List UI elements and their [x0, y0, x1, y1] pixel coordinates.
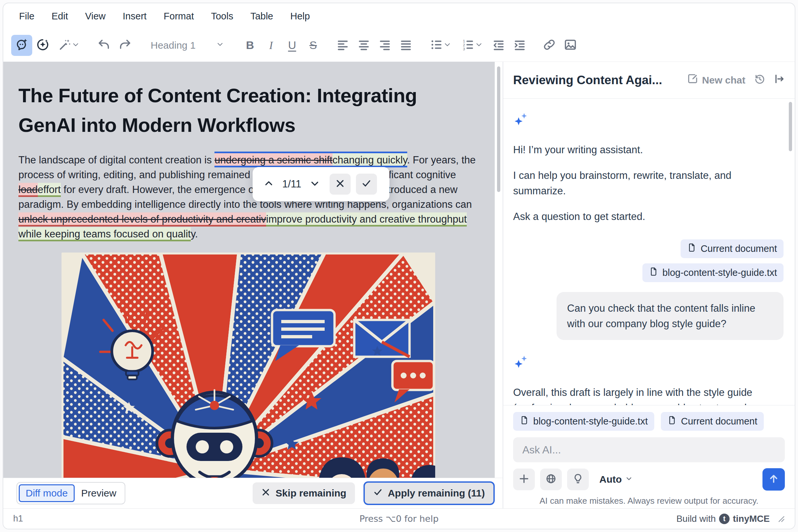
ask-ai-input[interactable]	[513, 437, 785, 462]
reject-change-button[interactable]	[330, 174, 351, 195]
assistant-message: Hi! I’m your writing assistant.	[513, 142, 783, 157]
image-button[interactable]	[560, 35, 581, 56]
assistant-reply: Overall, this draft is largely in line w…	[513, 385, 783, 405]
align-left-button[interactable]	[332, 35, 353, 56]
check-icon	[361, 178, 371, 190]
history-icon	[754, 73, 765, 87]
link-button[interactable]	[539, 35, 560, 56]
diff-action-bar: Diff mode Preview Skip remaining Apply r…	[3, 478, 503, 508]
menu-file[interactable]: File	[11, 7, 43, 25]
context-chip-current-document[interactable]: Current document	[681, 240, 783, 258]
tracked-change-ins_sel[interactable]: changing quickly	[333, 152, 407, 167]
add-attachment-button[interactable]	[513, 469, 535, 490]
ai-shortcuts-icon	[36, 38, 49, 53]
ai-shortcuts-button[interactable]	[32, 35, 53, 56]
document-icon	[649, 267, 658, 279]
justify-button[interactable]	[395, 35, 416, 56]
image-icon	[564, 38, 577, 53]
strikethrough-icon: S	[310, 39, 317, 52]
align-right-button[interactable]	[374, 35, 395, 56]
ai-mode-select[interactable]: Auto	[599, 474, 633, 485]
tracked-change-ins[interactable]: effort	[38, 183, 61, 197]
align-center-button[interactable]	[353, 35, 374, 56]
history-button[interactable]	[754, 73, 765, 87]
indent-button[interactable]	[509, 35, 530, 56]
undo-button[interactable]	[93, 35, 114, 56]
app-window: File Edit View Insert Format Tools Table…	[3, 3, 795, 529]
bullet-list-button[interactable]	[425, 35, 457, 56]
ai-assistant-panel: Reviewing Content Agai... New chat Hi! I…	[503, 62, 795, 508]
previous-change-button[interactable]	[259, 174, 278, 195]
document-image[interactable]	[61, 252, 435, 508]
chat-scroll-area[interactable]: Hi! I’m your writing assistant. I can he…	[503, 99, 795, 405]
svg-text:3: 3	[463, 46, 465, 51]
editor-toolbar: Heading 1 B I U S 123	[3, 29, 795, 62]
menu-view[interactable]: View	[77, 7, 114, 25]
diff-mode-tab[interactable]: Diff mode	[19, 484, 75, 502]
suggestions-button[interactable]	[567, 469, 589, 490]
menu-insert[interactable]: Insert	[114, 7, 155, 25]
next-change-button[interactable]	[305, 174, 324, 195]
chat-scrollbar-thumb[interactable]	[789, 102, 792, 151]
justify-icon	[399, 38, 412, 53]
bold-icon: B	[246, 39, 254, 52]
menu-bar: File Edit View Insert Format Tools Table…	[3, 3, 795, 29]
diff-navigation-popup: 1/11	[253, 167, 389, 201]
preview-tab[interactable]: Preview	[75, 484, 123, 502]
bold-button[interactable]: B	[239, 35, 261, 56]
editor-canvas[interactable]: The Future of Content Creation: Integrat…	[3, 62, 503, 508]
menu-help[interactable]: Help	[282, 7, 318, 25]
redo-button[interactable]	[114, 35, 135, 56]
menu-tools[interactable]: Tools	[202, 7, 242, 25]
chevron-down-icon	[71, 40, 80, 50]
view-mode-toggle: Diff mode Preview	[16, 482, 125, 505]
composer: blog-content-style-guide.txt Current doc…	[503, 405, 795, 508]
indent-icon	[513, 38, 526, 53]
chevron-down-icon	[625, 474, 633, 485]
underline-button[interactable]: U	[282, 35, 303, 56]
editor-scrollbar[interactable]	[495, 62, 503, 478]
menu-table[interactable]: Table	[242, 7, 282, 25]
change-counter: 1/11	[280, 178, 303, 190]
sparkles-icon	[514, 112, 783, 129]
tracked-change-del[interactable]: unlock unprecedented levels of productiv…	[18, 212, 266, 227]
ai-assistant-button[interactable]	[11, 35, 32, 56]
menu-edit[interactable]: Edit	[43, 7, 77, 25]
context-chip-style-guide[interactable]: blog-content-style-guide.txt	[643, 263, 783, 282]
align-right-icon	[378, 38, 391, 53]
composer-chip-current-document[interactable]: Current document	[661, 412, 764, 431]
align-center-icon	[357, 38, 370, 53]
new-chat-button[interactable]: New chat	[687, 73, 745, 87]
strikethrough-button[interactable]: S	[303, 35, 324, 56]
collapse-panel-icon	[774, 73, 785, 87]
skip-remaining-button[interactable]: Skip remaining	[253, 482, 355, 504]
document-icon	[520, 416, 529, 427]
bullet-list-icon	[430, 38, 443, 53]
outdent-button[interactable]	[488, 35, 509, 56]
editor-paragraph[interactable]: The landscape of digital content creatio…	[18, 153, 480, 241]
send-button[interactable]	[762, 468, 785, 491]
collapse-panel-button[interactable]	[774, 73, 785, 87]
web-search-button[interactable]	[540, 469, 562, 490]
paragraph-text: The landscape of digital content creatio…	[18, 154, 215, 166]
block-format-select[interactable]: Heading 1	[146, 35, 229, 56]
tracked-change-del_sel[interactable]: undergoing a seismic shift	[215, 152, 332, 167]
paragraph-text: for every draft. However, the emergence …	[18, 184, 472, 210]
composer-chip-style-guide[interactable]: blog-content-style-guide.txt	[513, 412, 654, 431]
accept-change-button[interactable]	[356, 174, 377, 195]
editor-scrollbar-thumb[interactable]	[497, 66, 500, 192]
apply-remaining-button[interactable]: Apply remaining (11)	[364, 481, 495, 505]
ai-assistant-icon	[15, 38, 28, 53]
document-icon	[667, 416, 676, 427]
italic-button[interactable]: I	[261, 35, 282, 56]
numbered-list-button[interactable]: 123	[457, 35, 488, 56]
paragraph-text: y.	[191, 228, 198, 240]
document-title[interactable]: The Future of Content Creation: Integrat…	[18, 81, 480, 140]
magic-wand-button[interactable]	[53, 35, 85, 56]
element-path[interactable]: h1	[13, 514, 23, 524]
tracked-change-del[interactable]: load	[18, 183, 38, 197]
resize-handle-icon[interactable]	[778, 515, 785, 522]
menu-format[interactable]: Format	[155, 7, 203, 25]
assistant-header: Reviewing Content Agai... New chat	[503, 62, 795, 99]
brand-name[interactable]: tinyMCE	[733, 514, 770, 524]
